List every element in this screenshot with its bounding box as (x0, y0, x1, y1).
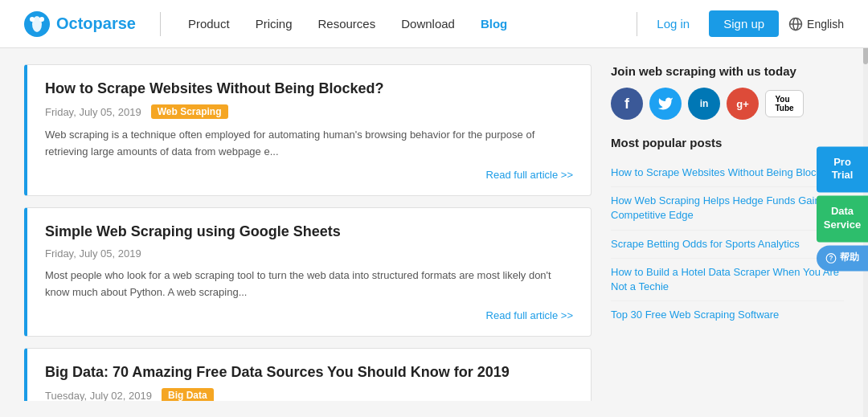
nav-pricing[interactable]: Pricing (244, 10, 304, 37)
logo-text: Octoparse (56, 14, 136, 33)
data-service-button[interactable]: Data Service (817, 196, 868, 243)
nav-download[interactable]: Download (390, 10, 466, 37)
twitter-icon[interactable] (649, 88, 682, 120)
popular-posts-title: Most popular posts (611, 136, 844, 149)
article-excerpt-1: Web scraping is a technique often employ… (45, 127, 573, 161)
popular-posts-section: Most popular posts How to Scrape Website… (611, 136, 844, 329)
nav-right: Log in Sign up English (637, 10, 844, 37)
googleplus-icon[interactable]: g+ (727, 88, 759, 120)
read-more-2[interactable]: Read full article >> (45, 309, 573, 321)
article-date-2: Friday, July 05, 2019 (45, 247, 141, 260)
sidebar: Join web scraping with us today f in g+ … (611, 64, 844, 401)
nav-product[interactable]: Product (177, 10, 241, 37)
login-button[interactable]: Log in (647, 12, 699, 35)
article-tag-3[interactable]: Big Data (162, 388, 214, 401)
globe-icon (788, 17, 803, 31)
article-excerpt-2: Most people who look for a web scraping … (45, 268, 573, 301)
article-tag-1[interactable]: Web Scraping (151, 104, 228, 119)
svg-point-2 (30, 17, 35, 22)
nav-links: Product Pricing Resources Download Blog (177, 10, 637, 37)
social-icons: f in g+ YouTube (611, 88, 844, 120)
logo-link[interactable]: Octoparse (24, 11, 136, 37)
article-meta-1: Friday, July 05, 2019 Web Scraping (45, 104, 573, 119)
article-title-1: How to Scrape Websites Without Being Blo… (45, 80, 573, 98)
popular-posts-list: How to Scrape Websites Without Being Blo… (611, 159, 844, 329)
svg-point-3 (39, 17, 44, 22)
svg-text:?: ? (829, 255, 833, 262)
signup-button[interactable]: Sign up (709, 10, 779, 37)
article-title-3: Big Data: 70 Amazing Free Data Sources Y… (45, 363, 573, 382)
join-title: Join web scraping with us today (611, 64, 844, 78)
navbar: Octoparse Product Pricing Resources Down… (0, 0, 868, 48)
main-column: How to Scrape Websites Without Being Blo… (24, 64, 611, 401)
popular-post-5[interactable]: Top 30 Free Web Scraping Software (611, 301, 844, 329)
join-section: Join web scraping with us today f in g+ … (611, 64, 844, 120)
help-label: 帮助 (840, 251, 859, 264)
article-title-2: Simple Web Scraping using Google Sheets (45, 223, 573, 241)
linkedin-icon[interactable]: in (688, 88, 720, 120)
page-content: How to Scrape Websites Without Being Blo… (0, 48, 868, 417)
language-label: English (807, 18, 844, 31)
logo-icon (24, 11, 50, 37)
nav-blog[interactable]: Blog (469, 10, 518, 37)
article-date-3: Tuesday, July 02, 2019 (45, 390, 152, 401)
popular-post-4[interactable]: How to Build a Hotel Data Scraper When Y… (611, 259, 844, 301)
popular-post-2[interactable]: How Web Scraping Helps Hedge Funds Gain … (611, 187, 844, 230)
nav-divider (160, 12, 161, 36)
nav-divider-right (637, 12, 637, 36)
facebook-icon[interactable]: f (611, 88, 643, 120)
popular-post-3[interactable]: Scrape Betting Odds for Sports Analytics (611, 231, 844, 259)
article-card-1: How to Scrape Websites Without Being Blo… (24, 64, 592, 196)
popular-post-1[interactable]: How to Scrape Websites Without Being Blo… (611, 159, 844, 187)
read-more-1[interactable]: Read full article >> (45, 169, 573, 181)
youtube-icon[interactable]: YouTube (765, 90, 804, 117)
help-icon: ? (825, 252, 837, 264)
article-meta-3: Tuesday, July 02, 2019 Big Data (45, 388, 573, 401)
article-date-1: Friday, July 05, 2019 (45, 106, 141, 118)
floating-buttons: Pro Trial Data Service ? 帮助 (817, 146, 868, 271)
nav-resources[interactable]: Resources (307, 10, 387, 37)
pro-trial-button[interactable]: Pro Trial (817, 146, 868, 193)
article-card-3: Big Data: 70 Amazing Free Data Sources Y… (24, 348, 592, 401)
language-selector[interactable]: English (788, 17, 844, 31)
article-card-2: Simple Web Scraping using Google Sheets … (24, 207, 592, 337)
help-button[interactable]: ? 帮助 (817, 245, 868, 271)
article-meta-2: Friday, July 05, 2019 (45, 247, 573, 260)
